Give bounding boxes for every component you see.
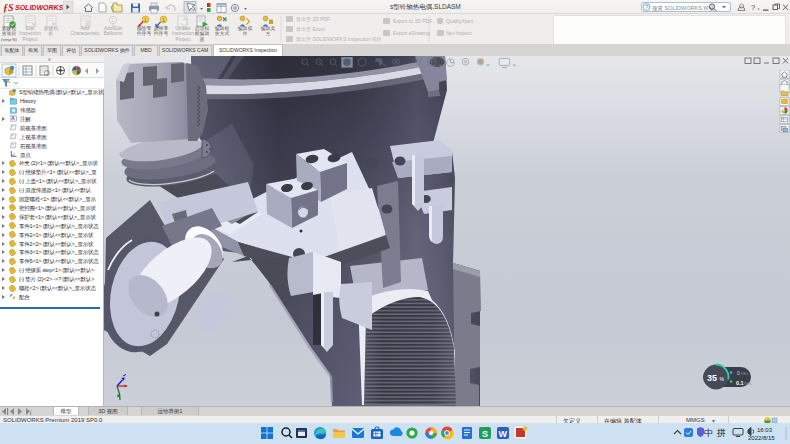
svg-text:S: S <box>482 429 488 439</box>
svg-text:35: 35 <box>707 373 717 383</box>
svg-text:(emp:N): (emp:N) <box>1 37 17 42</box>
svg-text:Balloons: Balloons <box>104 31 123 36</box>
svg-text:KB/s: KB/s <box>741 372 749 376</box>
svg-text:Export eDrawing: Export eDrawing <box>393 30 430 36</box>
svg-text:中: 中 <box>704 428 713 438</box>
svg-text:方: 方 <box>266 30 271 37</box>
svg-text:作: 作 <box>243 31 248 36</box>
svg-text:%: % <box>720 376 725 382</box>
svg-text:导出至 2D PDF: 导出至 2D PDF <box>296 16 330 22</box>
svg-text:搜索 SOLIDWORKS 帮助: 搜索 SOLIDWORKS 帮助 <box>652 5 715 12</box>
svg-text:QualityXpert: QualityXpert <box>446 18 474 24</box>
svg-text:导出至 SOLIDWORKS Inspection 项目: 导出至 SOLIDWORKS Inspection 项目 <box>296 36 382 43</box>
svg-text:A: A <box>11 117 15 122</box>
svg-text:SOLIDWORKS: SOLIDWORKS <box>15 4 64 11</box>
svg-text:Net-Inspect: Net-Inspect <box>446 30 472 36</box>
svg-text:ƒS: ƒS <box>3 2 14 13</box>
svg-text:板: 板 <box>49 31 54 36</box>
svg-text:16:03: 16:03 <box>757 427 773 433</box>
svg-text:查方式: 查方式 <box>215 30 230 37</box>
svg-text:MBD: MBD <box>140 47 152 53</box>
svg-text:0: 0 <box>737 370 740 376</box>
svg-text:SOLIDWORKS CAM: SOLIDWORKS CAM <box>162 47 208 53</box>
svg-text:W: W <box>499 429 508 439</box>
svg-text:件序号: 件序号 <box>136 30 152 36</box>
svg-text:1: 1 <box>162 17 165 23</box>
svg-text:1: 1 <box>111 17 114 23</box>
svg-text:件序号: 件序号 <box>153 30 169 36</box>
svg-text:Export to 3D PDF: Export to 3D PDF <box>393 18 432 24</box>
svg-text:0.1: 0.1 <box>736 380 744 386</box>
svg-text:编辑检: 编辑检 <box>215 25 230 31</box>
svg-text:SOLIDWORKS Inspection: SOLIDWORKS Inspection <box>219 47 277 53</box>
svg-text:?: ? <box>751 3 755 12</box>
svg-text:KB/s: KB/s <box>744 382 752 386</box>
svg-text:装配体: 装配体 <box>5 47 20 54</box>
svg-text:布局: 布局 <box>28 47 38 54</box>
svg-text:草图: 草图 <box>47 47 57 54</box>
svg-text:?: ? <box>645 4 649 10</box>
svg-text:SOLIDWORKS 插件: SOLIDWORKS 插件 <box>84 47 129 54</box>
svg-text:导出至 Excel: 导出至 Excel <box>296 26 325 32</box>
svg-text:器: 器 <box>200 37 205 43</box>
svg-text:1: 1 <box>144 17 147 23</box>
svg-text:Project: Project <box>176 37 192 42</box>
svg-text:拼: 拼 <box>716 428 726 438</box>
svg-text:Characteristic: Characteristic <box>70 31 100 36</box>
svg-text:Project: Project <box>23 37 39 42</box>
svg-text:2022/8/15: 2022/8/15 <box>748 435 775 441</box>
svg-text:评估: 评估 <box>66 47 76 54</box>
svg-text:编辑操: 编辑操 <box>238 25 253 31</box>
